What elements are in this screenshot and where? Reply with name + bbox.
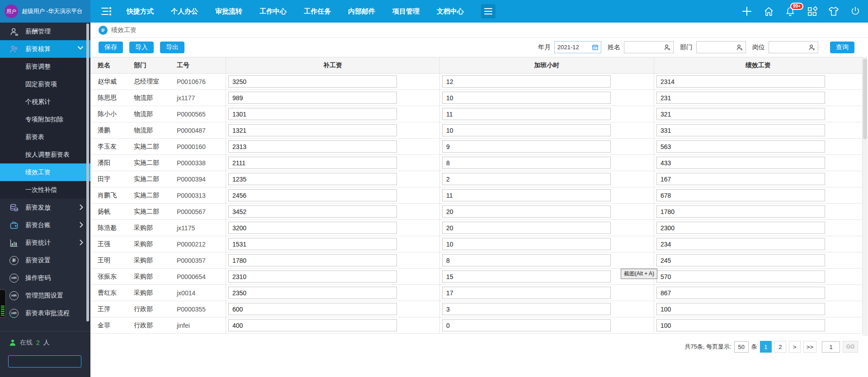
nav-work-tasks[interactable]: 工作任务 [304, 7, 331, 16]
performance-input[interactable] [656, 319, 825, 331]
month-input[interactable] [555, 44, 592, 51]
nav-project-management[interactable]: 项目管理 [392, 7, 420, 16]
performance-input[interactable] [656, 75, 825, 88]
supplement-input[interactable] [228, 108, 397, 120]
performance-input[interactable] [656, 270, 825, 283]
supplement-input[interactable] [228, 124, 397, 136]
plus-icon[interactable] [741, 6, 752, 17]
post-input[interactable] [769, 44, 808, 51]
performance-input[interactable] [656, 222, 825, 234]
overtime-input[interactable] [442, 189, 611, 201]
screenshot-dock-widget[interactable] [0, 289, 6, 317]
page-button-1[interactable]: 1 [760, 341, 772, 353]
supplement-input[interactable] [228, 157, 397, 169]
name-input[interactable] [624, 44, 664, 51]
notifications-bell-icon[interactable]: 99+ [785, 6, 796, 17]
nav-approval-flow[interactable]: 审批流转 [215, 7, 242, 16]
avatar[interactable]: 用户 [5, 5, 18, 18]
performance-input[interactable] [656, 254, 825, 266]
sidebar-item-performance-salary[interactable]: 绩效工资 [0, 163, 90, 181]
overtime-input[interactable] [442, 124, 611, 136]
goto-page-input[interactable] [822, 341, 840, 353]
query-button[interactable]: 查询 [830, 42, 854, 53]
next-page-button[interactable]: > [789, 341, 801, 353]
overtime-input[interactable] [442, 157, 611, 169]
export-button[interactable]: 导出 [160, 42, 184, 53]
table-scrollbar-track[interactable] [863, 57, 868, 336]
performance-input[interactable] [656, 92, 825, 104]
sidebar-item-salary-accounting[interactable]: 薪资核算 [0, 40, 90, 58]
sidebar-item-salary-settings[interactable]: 薪 薪资设置 [0, 251, 90, 269]
calendar-icon[interactable] [592, 44, 599, 51]
performance-input[interactable] [656, 287, 825, 299]
sidebar-scrollbar[interactable] [86, 23, 89, 321]
page-button-2[interactable]: 2 [774, 341, 786, 353]
supplement-input[interactable] [228, 303, 397, 315]
overtime-input[interactable] [442, 319, 611, 331]
sidebar-item-management-scope[interactable]: HR 管理范围设置 [0, 287, 90, 304]
dept-input[interactable] [697, 44, 736, 51]
nav-document-center[interactable]: 文档中心 [437, 7, 464, 16]
import-button[interactable]: 导入 [129, 42, 154, 53]
more-menus-button[interactable] [481, 4, 495, 19]
overtime-input[interactable] [442, 205, 611, 218]
supplement-input[interactable] [228, 319, 397, 331]
nav-internal-mail[interactable]: 内部邮件 [348, 7, 375, 16]
sidebar-search-input[interactable] [9, 356, 95, 367]
performance-input[interactable] [656, 303, 825, 315]
overtime-input[interactable] [442, 270, 611, 283]
overtime-input[interactable] [442, 222, 611, 234]
sidebar-item-salary-statistics[interactable]: 薪资统计 [0, 234, 90, 251]
nav-shortcuts[interactable]: 快捷方式 [127, 7, 154, 16]
overtime-input[interactable] [442, 287, 611, 299]
supplement-input[interactable] [228, 238, 397, 250]
overtime-input[interactable] [442, 173, 611, 185]
performance-input[interactable] [656, 108, 825, 120]
sidebar-item-tax-accumulation[interactable]: 个税累计 [0, 93, 90, 111]
go-button[interactable]: GO [843, 341, 858, 353]
sidebar-item-adjust-by-person[interactable]: 按人调整薪资表 [0, 146, 90, 163]
overtime-input[interactable] [442, 108, 611, 120]
performance-input[interactable] [656, 205, 825, 218]
supplement-input[interactable] [228, 287, 397, 299]
sidebar-item-salary-adjustment[interactable]: 薪资调整 [0, 58, 90, 75]
sidebar-item-fixed-salary[interactable]: 固定薪资项 [0, 75, 90, 93]
performance-input[interactable] [656, 238, 825, 250]
table-scrollbar-thumb[interactable] [863, 59, 867, 139]
supplement-input[interactable] [228, 222, 397, 234]
performance-input[interactable] [656, 173, 825, 185]
person-add-icon[interactable] [808, 44, 816, 51]
apps-grid-icon[interactable] [807, 6, 817, 17]
power-logout-icon[interactable] [850, 6, 861, 17]
page-size-input[interactable] [734, 341, 749, 353]
person-add-icon[interactable] [736, 44, 743, 51]
supplement-input[interactable] [228, 92, 397, 104]
menu-fold-icon[interactable] [100, 6, 112, 16]
person-add-icon[interactable] [664, 44, 671, 51]
home-icon[interactable] [763, 6, 774, 17]
performance-input[interactable] [656, 157, 825, 169]
supplement-input[interactable] [228, 75, 397, 88]
supplement-input[interactable] [228, 205, 397, 218]
overtime-input[interactable] [442, 254, 611, 266]
supplement-input[interactable] [228, 140, 397, 153]
performance-input[interactable] [656, 189, 825, 201]
supplement-input[interactable] [228, 254, 397, 266]
sidebar-item-operation-password[interactable]: HR 操作密码 [0, 269, 90, 287]
last-page-button[interactable]: >> [803, 341, 816, 353]
sidebar-item-salary-payment[interactable]: 薪资发放 [0, 199, 90, 216]
overtime-input[interactable] [442, 303, 611, 315]
nav-work-center[interactable]: 工作中心 [259, 7, 287, 16]
supplement-input[interactable] [228, 270, 397, 283]
supplement-input[interactable] [228, 173, 397, 185]
overtime-input[interactable] [442, 92, 611, 104]
sidebar-item-salary-sheet[interactable]: 薪资表 [0, 128, 90, 146]
sidebar-item-salary-management[interactable]: 薪酬管理 [0, 23, 90, 40]
performance-input[interactable] [656, 124, 825, 136]
sidebar-item-special-deduction[interactable]: 专项附加扣除 [0, 111, 90, 128]
supplement-input[interactable] [228, 189, 397, 201]
sidebar-item-salary-ledger[interactable]: 薪资台账 [0, 216, 90, 234]
sidebar-item-one-time-compensation[interactable]: 一次性补偿 [0, 181, 90, 199]
save-button[interactable]: 保存 [99, 42, 123, 53]
performance-input[interactable] [656, 140, 825, 153]
